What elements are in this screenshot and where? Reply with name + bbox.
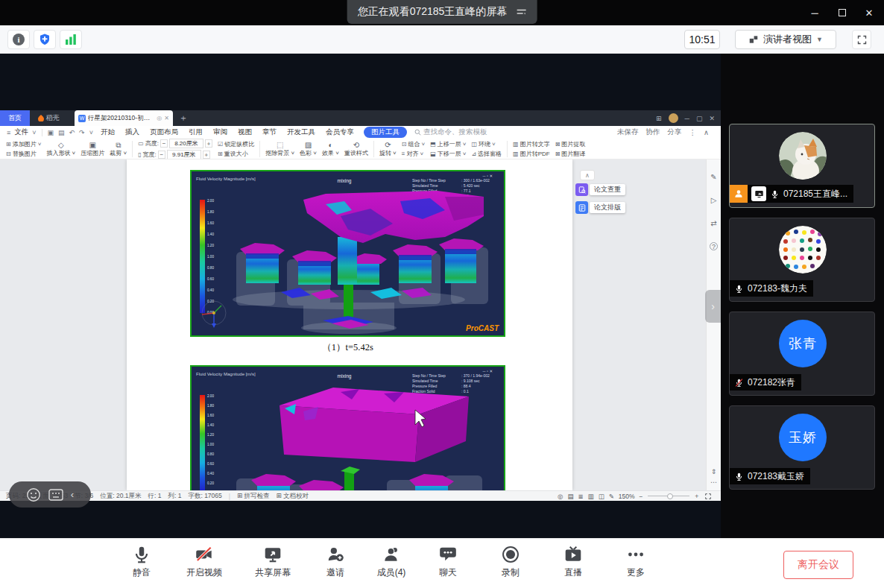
maximize-button[interactable] — [833, 4, 852, 21]
meeting-info-icon[interactable]: i — [7, 30, 30, 49]
selection-pane-button[interactable]: ⊿选择窗格 — [471, 150, 502, 158]
fit-fullscreen-icon[interactable] — [704, 493, 712, 500]
send-backward-button[interactable]: ⬓下移一层˅ — [430, 150, 466, 158]
width-minus[interactable]: − — [158, 151, 165, 159]
pic-to-pdf-button[interactable]: ▥图片转PDF — [513, 150, 550, 158]
web-view-icon[interactable]: ◫ — [599, 493, 604, 500]
security-shield-icon[interactable] — [34, 30, 56, 49]
zoom-slider[interactable] — [648, 496, 689, 496]
menu-review[interactable]: 审阅 — [208, 127, 233, 137]
hamburger-icon[interactable]: ≡ — [4, 129, 13, 136]
pic-translate-button[interactable]: ⊠图片翻译 — [555, 150, 586, 158]
pic-extract-button[interactable]: ⊠图片提取 — [555, 140, 586, 148]
height-stepper[interactable]: ▭高度: − 8.20厘米 ＋ — [138, 139, 212, 148]
save-icon[interactable]: ▣ — [45, 129, 57, 136]
wps-tab-docer[interactable]: 稻壳 — [30, 110, 67, 126]
annotation-keyboard-icon[interactable] — [48, 489, 63, 501]
page-view-icon[interactable]: ▤ — [567, 493, 573, 500]
live-button[interactable]: 直播 — [549, 545, 597, 579]
more-button[interactable]: 更多 — [612, 545, 660, 579]
paper-layout-tool[interactable]: 论文排版 — [575, 201, 625, 214]
menu-member[interactable]: 会员专享 — [321, 127, 359, 137]
rail-more-icon[interactable]: ⋯ — [710, 478, 717, 486]
wps-close-icon[interactable]: ✕ — [709, 115, 715, 122]
group-button[interactable]: ⊡组合˅ — [402, 140, 425, 148]
insert-shape-button[interactable]: ◇插入形状 ˅ — [46, 141, 75, 157]
close-button[interactable]: ✕ — [859, 4, 879, 21]
eye-protect-icon[interactable]: ◎ — [558, 493, 563, 500]
picture-tools-tab[interactable]: 图片工具 — [364, 127, 407, 138]
menu-file[interactable]: 文件 — [13, 127, 30, 137]
new-tab-button[interactable]: ＋ — [179, 110, 188, 126]
chat-button[interactable]: 聊天 — [424, 545, 472, 579]
collapse-reactions-icon[interactable]: ‹ — [71, 489, 74, 500]
redo-icon[interactable]: ↷ — [77, 129, 87, 136]
network-signal-icon[interactable] — [60, 30, 82, 49]
menu-insert[interactable]: 插入 — [120, 127, 145, 137]
collapse-side-tools-button[interactable]: ∧ — [580, 170, 595, 180]
participant-tile[interactable]: 072183-魏力夫 — [729, 218, 875, 302]
wrap-button[interactable]: ◫环绕˅ — [471, 140, 502, 148]
write-mode-icon[interactable]: ✎ — [609, 493, 614, 500]
spellcheck-toggle[interactable]: ⊞ 拼写检查 — [237, 492, 269, 501]
reset-style-button[interactable]: ⟲重设样式 — [344, 141, 368, 157]
close-tab-icon[interactable]: ✕ — [164, 115, 169, 121]
effect-button[interactable]: ◐效果 ˅ — [322, 141, 339, 157]
file-caret-icon[interactable]: ˅ — [30, 129, 38, 136]
width-value[interactable]: 9.91厘米 — [167, 150, 201, 159]
minimize-button[interactable]: ─ — [805, 4, 824, 21]
menu-start[interactable]: 开始 — [95, 127, 120, 137]
proofread-toggle[interactable]: ⊞ 文档校对 — [277, 492, 309, 501]
compress-picture-button[interactable]: ▣压缩图片 — [80, 141, 104, 157]
wps-user-avatar[interactable] — [669, 113, 678, 123]
width-plus[interactable]: ＋ — [203, 151, 210, 159]
quickbar-caret-icon[interactable]: ˅ — [87, 129, 95, 136]
zoom-out-button[interactable]: − — [640, 493, 643, 500]
mute-button[interactable]: 静音 — [118, 545, 165, 579]
remove-background-button[interactable]: ⬚抠除背景 ˅ — [265, 141, 294, 157]
height-value[interactable]: 8.20厘米 — [169, 139, 203, 148]
height-plus[interactable]: ＋ — [205, 139, 212, 148]
add-picture-button[interactable]: ⊞添加图片˅ — [6, 140, 41, 148]
menu-references[interactable]: 引用 — [183, 127, 208, 137]
sidebar-collapse-handle[interactable]: › — [705, 290, 721, 323]
command-search[interactable]: 查找命令、搜索模板 — [414, 127, 487, 137]
pin-tab-icon[interactable]: ◎ — [157, 115, 162, 121]
outline-view-icon[interactable]: ≣ — [578, 493, 583, 500]
adjust-settings-icon[interactable]: ⇄ — [710, 219, 716, 227]
menu-dev-tools[interactable]: 开发工具 — [282, 127, 321, 137]
undo-icon[interactable]: ↶ — [67, 129, 78, 136]
procast-simulation-image-1[interactable]: Fluid Velocity Magnitude [m/s] mixing ─ … — [190, 170, 505, 337]
collapse-ribbon-icon[interactable]: ∧ — [704, 128, 709, 136]
rotate-button[interactable]: ⟳旋转 ˅ — [379, 141, 397, 157]
width-stepper[interactable]: ▯宽度: − 9.91厘米 ＋ — [138, 150, 212, 159]
paper-check-tool[interactable]: 论文查重 — [575, 183, 625, 196]
meeting-menu-icon[interactable] — [516, 7, 526, 16]
wps-restore-icon[interactable]: ▢ — [696, 115, 703, 122]
menu-section[interactable]: 章节 — [257, 127, 282, 137]
emoji-smiley-icon[interactable] — [26, 487, 41, 502]
menu-view[interactable]: 视图 — [233, 127, 257, 137]
replace-picture-button[interactable]: ⊟替换图片 — [6, 150, 41, 158]
select-cursor-icon[interactable]: ▷ — [711, 196, 717, 204]
pic-to-text-button[interactable]: ▥图片转文字 — [513, 140, 550, 148]
align-button[interactable]: ≡对齐˅ — [402, 150, 425, 158]
view-mode-dropdown[interactable]: 演讲者视图 ▼ — [735, 30, 836, 49]
zoom-in-button[interactable]: ＋ — [694, 492, 701, 501]
color-button[interactable]: ▨色彩 ˅ — [300, 141, 317, 157]
menu-page-layout[interactable]: 页面布局 — [145, 127, 183, 137]
share-button[interactable]: 分享 — [668, 127, 682, 137]
members-button[interactable]: 成员(4) — [367, 545, 415, 579]
apps-grid-icon[interactable]: ⊞ — [656, 115, 662, 122]
share-screen-button[interactable]: 共享屏幕 — [249, 545, 297, 579]
help-icon[interactable]: ? — [710, 242, 718, 250]
participant-tile[interactable]: 玉娇 072183戴玉娇 — [729, 405, 875, 490]
crop-button[interactable]: ⧉裁剪 ˅ — [110, 141, 127, 157]
wps-minimize-icon[interactable]: ─ — [685, 115, 689, 122]
invite-button[interactable]: 邀请 — [312, 545, 359, 579]
procast-simulation-image-2[interactable]: Fluid Velocity Magnitude [m/s] mixing ─ … — [190, 365, 505, 490]
height-minus[interactable]: − — [160, 139, 168, 148]
wps-tab-document[interactable]: W 行星架20210310-初稿.docx ◎ ✕ — [75, 110, 173, 126]
more-menu-icon[interactable]: ⋮ — [689, 128, 697, 136]
fullscreen-icon[interactable] — [852, 30, 871, 49]
